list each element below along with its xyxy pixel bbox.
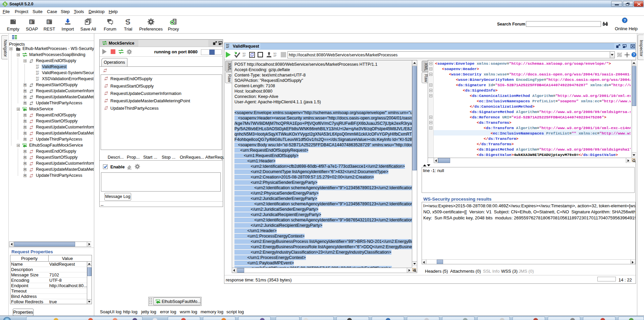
- svg-text:S: S: [125, 18, 131, 25]
- svg-text:?: ?: [633, 53, 635, 57]
- svg-text:AP: AP: [30, 22, 32, 24]
- svg-text:?: ?: [624, 18, 626, 22]
- svg-text:*: *: [33, 19, 34, 22]
- svg-text:*: *: [50, 19, 51, 22]
- svg-text:*: *: [14, 19, 15, 22]
- svg-text:ST: ST: [47, 22, 50, 24]
- svg-text:S: S: [4, 2, 6, 6]
